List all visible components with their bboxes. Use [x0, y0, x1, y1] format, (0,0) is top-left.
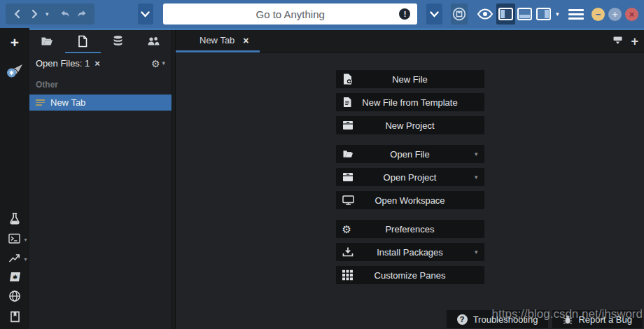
left-pane-icon: [498, 8, 513, 20]
tab-label: New Tab: [200, 35, 234, 46]
new-file-from-template-button[interactable]: New File from Template: [336, 93, 484, 111]
editor-start-page: New File New File from Template: [176, 53, 644, 329]
open-files-header: Open Files: 1 × ⚙ ▾: [29, 53, 172, 74]
tab-list-button[interactable]: [612, 35, 624, 48]
preview-toggle-button[interactable]: [477, 8, 493, 20]
share-icon: [6, 60, 24, 79]
back-button[interactable]: [12, 8, 23, 20]
tab-collaboration[interactable]: [136, 30, 172, 53]
browser-button[interactable]: [8, 290, 21, 302]
new-file-button[interactable]: New File: [336, 70, 484, 88]
editor-tab-new-tab[interactable]: New Tab ×: [176, 30, 260, 52]
preferences-button[interactable]: ⚙ Preferences: [336, 220, 484, 238]
editor-tab-bar: New Tab × +: [176, 30, 644, 53]
gear-icon: ⚙: [151, 58, 160, 69]
close-tab-icon[interactable]: ×: [243, 36, 248, 46]
pane-layout-caret[interactable]: ▾: [556, 11, 559, 18]
globe-icon: [8, 290, 21, 302]
toolbar-dropdown-button[interactable]: [138, 4, 153, 24]
new-file-icon: [342, 74, 353, 85]
open-files-title: Open Files: 1: [36, 58, 90, 69]
documentation-button[interactable]: [9, 311, 21, 323]
redo-icon: [76, 8, 88, 20]
start-page-actions: New File New File from Template: [336, 70, 484, 284]
redo-button[interactable]: [76, 8, 88, 20]
gear-caret: ▾: [162, 60, 165, 66]
minimize-button[interactable]: −: [592, 8, 605, 21]
tab-open-files[interactable]: [65, 30, 101, 53]
undo-button[interactable]: [59, 8, 71, 20]
terminal-icon: [8, 233, 22, 244]
chevron-down-icon: [430, 11, 439, 18]
app-window: ▾ !: [0, 0, 644, 329]
open-file-list-item[interactable]: New Tab: [29, 94, 172, 111]
file-lines-icon: [36, 99, 45, 106]
macro-button[interactable]: ✱: [9, 272, 20, 281]
open-workspace-button[interactable]: Open Workspace: [336, 191, 484, 209]
share-notification-button[interactable]: [6, 60, 24, 82]
download-icon: [342, 247, 354, 258]
left-side-panel: Open Files: 1 × ⚙ ▾ Other New Tab: [29, 30, 172, 329]
customize-panes-button[interactable]: Customize Panes: [336, 266, 484, 284]
panel-settings-button[interactable]: ⚙ ▾: [151, 58, 165, 69]
report-bug-button[interactable]: Report a Bug: [552, 310, 643, 328]
bug-icon: [563, 314, 573, 325]
right-pane-icon: [536, 8, 551, 20]
file-template-icon: [342, 97, 352, 108]
monitor-icon: [342, 195, 354, 206]
close-panel-filter-icon[interactable]: ×: [94, 59, 100, 68]
grid-icon: [342, 270, 353, 281]
search-input[interactable]: [163, 4, 418, 24]
open-file-button[interactable]: Open File ▾: [336, 145, 484, 163]
new-project-button[interactable]: New Project: [336, 116, 484, 134]
save-circled-button[interactable]: [451, 4, 468, 24]
close-window-button[interactable]: ×: [625, 8, 638, 21]
install-packages-caret[interactable]: ▾: [475, 248, 478, 255]
people-icon: [147, 36, 160, 47]
maximize-button[interactable]: +: [608, 8, 622, 21]
project-box-icon: [342, 120, 354, 130]
troubleshooting-button[interactable]: ? Troubleshooting: [447, 310, 549, 328]
chart-caret[interactable]: ▾: [24, 256, 27, 262]
open-file-name: New Tab: [50, 97, 85, 108]
toggle-left-pane-button[interactable]: [496, 4, 515, 24]
question-icon: ?: [457, 314, 468, 325]
toggle-bottom-pane-button[interactable]: [515, 4, 534, 24]
chart-button[interactable]: ▾: [8, 253, 22, 264]
flask-icon: [8, 212, 21, 225]
window-controls: − + ×: [592, 8, 638, 21]
tab-list-icon: [612, 35, 624, 46]
new-tab-button[interactable]: +: [631, 35, 638, 48]
forward-button[interactable]: [29, 8, 40, 20]
main-menu-button[interactable]: [568, 9, 584, 20]
chart-line-icon: [8, 253, 22, 264]
install-packages-button[interactable]: Install Packages ▾: [336, 243, 484, 261]
terminal-caret[interactable]: ▾: [24, 237, 27, 243]
add-button[interactable]: +: [10, 35, 19, 50]
terminal-button[interactable]: ▾: [8, 233, 22, 244]
search-scope-dropdown[interactable]: [426, 4, 442, 24]
navigation-button-group: ▾: [6, 4, 94, 24]
asterisk-icon: ✱: [11, 274, 18, 281]
menu-icon: [568, 9, 584, 11]
bottom-pane-icon: [517, 8, 532, 20]
save-icon: [451, 6, 467, 22]
top-toolbar: ▾ !: [0, 0, 644, 28]
chevron-left-icon: [12, 8, 23, 20]
open-project-button[interactable]: Open Project ▾: [336, 168, 484, 186]
open-file-caret[interactable]: ▾: [475, 150, 478, 158]
eye-icon: [477, 8, 493, 20]
help-footer: ? Troubleshooting Report a Bug: [447, 310, 643, 328]
test-flask-button[interactable]: [8, 212, 21, 225]
toggle-right-pane-button[interactable]: [534, 4, 553, 24]
tab-places[interactable]: [29, 30, 65, 53]
history-caret[interactable]: ▾: [46, 11, 49, 18]
chevron-down-icon: [141, 11, 150, 18]
database-icon: [112, 35, 124, 47]
book-icon: [9, 311, 21, 323]
go-to-anything-search: !: [163, 4, 418, 24]
left-icon-strip: + ▾ ▾: [0, 28, 29, 329]
open-project-caret[interactable]: ▾: [475, 174, 478, 181]
side-panel-tabs: [29, 30, 172, 53]
tab-databases[interactable]: [101, 30, 136, 53]
